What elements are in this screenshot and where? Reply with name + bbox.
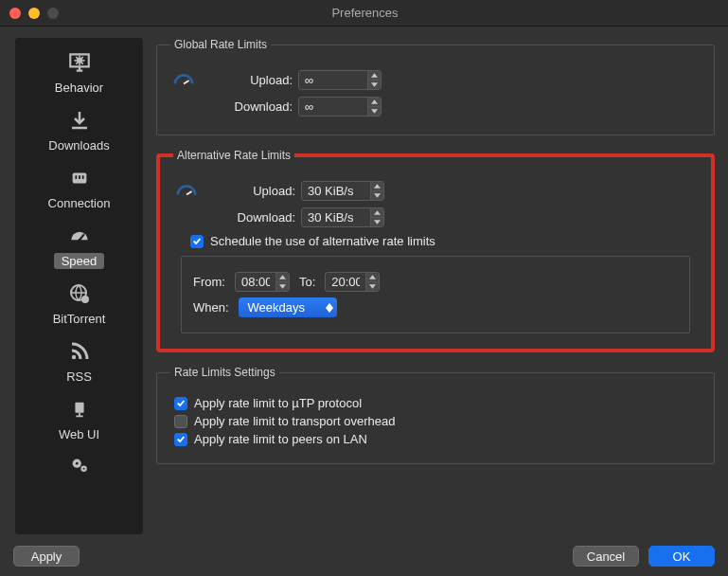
when-label: When: — [193, 300, 229, 315]
apply-button[interactable]: Apply — [13, 546, 80, 567]
speedometer-icon — [173, 179, 200, 202]
upload-spinbox[interactable] — [298, 70, 382, 90]
to-label: To: — [299, 275, 315, 289]
download-label: Download: — [203, 99, 293, 114]
sidebar-item-rss[interactable]: RSS — [15, 333, 143, 387]
to-time-spinbox[interactable] — [325, 272, 380, 292]
sidebar-item-label: RSS — [59, 369, 99, 385]
sidebar-item-advanced[interactable] — [15, 448, 143, 477]
group-legend: Global Rate Limits — [170, 38, 271, 51]
sidebar-item-label: Downloads — [41, 137, 116, 153]
cancel-button[interactable]: Cancel — [573, 546, 639, 567]
svg-rect-4 — [81, 175, 83, 179]
spin-buttons[interactable] — [370, 208, 383, 226]
sidebar-item-bittorrent[interactable]: BitTorrent — [15, 275, 143, 329]
overhead-label: Apply rate limit to transport overhead — [194, 414, 395, 428]
spin-buttons[interactable] — [275, 273, 289, 291]
group-legend: Rate Limits Settings — [170, 366, 279, 379]
dialog-footer: Apply Cancel OK — [0, 546, 728, 567]
rate-limits-settings-group: Rate Limits Settings Apply rate limit to… — [156, 366, 715, 464]
sidebar-item-label: BitTorrent — [45, 311, 114, 327]
svg-rect-3 — [79, 175, 80, 179]
spin-buttons[interactable] — [367, 71, 381, 89]
to-time-value[interactable] — [326, 273, 365, 291]
sidebar-item-webui[interactable]: Web UI — [15, 390, 143, 444]
sidebar: Behavior Downloads Connection Speed — [15, 38, 143, 534]
download-spinbox[interactable] — [301, 207, 384, 227]
svg-point-8 — [71, 355, 75, 359]
svg-point-5 — [78, 239, 80, 242]
schedule-box: From: To: — [181, 256, 690, 333]
sidebar-item-label: Connection — [41, 195, 118, 211]
global-rate-limits-group: Global Rate Limits Upload: Download: — [156, 38, 715, 135]
rss-icon — [66, 338, 93, 365]
gear-monitor-icon — [66, 49, 93, 76]
sidebar-item-label: Behavior — [47, 80, 111, 96]
spin-buttons[interactable] — [365, 273, 379, 291]
dropdown-arrows-icon — [326, 303, 333, 313]
globe-gear-icon — [66, 280, 93, 307]
sidebar-item-downloads[interactable]: Downloads — [15, 101, 143, 155]
minimize-button[interactable] — [28, 8, 40, 19]
svg-point-13 — [82, 468, 84, 470]
download-spinbox[interactable] — [298, 97, 382, 117]
upload-label: Upload: — [205, 184, 295, 198]
ok-button[interactable]: OK — [648, 546, 715, 567]
window-title: Preferences — [59, 6, 671, 20]
sidebar-item-label: Speed — [54, 253, 105, 269]
titlebar: Preferences — [0, 0, 728, 27]
download-value[interactable] — [302, 208, 370, 226]
maximize-button — [47, 8, 59, 19]
gears-icon — [66, 454, 93, 477]
ethernet-icon — [66, 165, 93, 191]
upload-value[interactable] — [302, 182, 370, 200]
close-button[interactable] — [9, 8, 21, 19]
group-legend: Alternative Rate Limits — [173, 149, 294, 162]
sidebar-item-connection[interactable]: Connection — [15, 159, 143, 213]
svg-rect-9 — [75, 403, 83, 413]
when-value: Weekdays — [248, 300, 305, 315]
upload-value[interactable] — [299, 71, 367, 89]
overhead-checkbox[interactable] — [174, 415, 187, 428]
schedule-label: Schedule the use of alternative rate lim… — [210, 234, 435, 248]
sidebar-item-label: Web UI — [51, 426, 107, 442]
speedometer-icon — [170, 68, 197, 91]
upload-spinbox[interactable] — [301, 181, 384, 201]
schedule-checkbox[interactable] — [190, 235, 204, 248]
traffic-lights — [9, 8, 59, 19]
spin-buttons[interactable] — [367, 98, 381, 116]
from-label: From: — [193, 275, 225, 289]
upload-label: Upload: — [203, 73, 293, 87]
server-icon — [66, 396, 93, 423]
svg-rect-2 — [75, 175, 77, 179]
sidebar-item-behavior[interactable]: Behavior — [15, 44, 143, 98]
when-dropdown[interactable]: Weekdays — [239, 297, 337, 317]
download-icon — [66, 107, 93, 134]
from-time-spinbox[interactable] — [235, 272, 290, 292]
svg-point-11 — [75, 462, 78, 465]
from-time-value[interactable] — [236, 273, 275, 291]
svg-point-7 — [81, 296, 89, 303]
utp-label: Apply rate limit to µTP protocol — [194, 396, 362, 410]
alternative-rate-limits-group: Alternative Rate Limits Upload: Download… — [156, 149, 715, 352]
utp-checkbox[interactable] — [174, 397, 187, 410]
lan-checkbox[interactable] — [174, 433, 187, 446]
download-value[interactable] — [299, 98, 367, 116]
sidebar-item-speed[interactable]: Speed — [15, 217, 143, 271]
lan-label: Apply rate limit to peers on LAN — [194, 432, 367, 446]
spin-buttons[interactable] — [370, 182, 383, 200]
download-label: Download: — [205, 210, 295, 225]
gauge-icon — [66, 223, 93, 249]
